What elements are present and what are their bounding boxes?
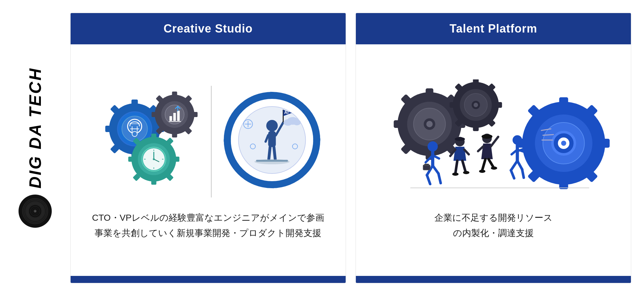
svg-rect-42 [177, 111, 180, 121]
svg-point-85 [284, 119, 293, 126]
svg-rect-32 [192, 112, 198, 117]
svg-text:AI: AI [284, 110, 289, 115]
svg-point-146 [452, 173, 459, 176]
creative-studio-footer [71, 276, 346, 283]
svg-point-86 [293, 120, 301, 125]
talent-platform-svg [365, 79, 621, 201]
svg-line-151 [491, 137, 498, 146]
talent-platform-text: 企業に不足する開発リソース の内製化・調達支援 [434, 210, 553, 241]
creative-studio-body: AI [71, 44, 346, 276]
svg-rect-41 [173, 113, 176, 121]
creative-studio-header: Creative Studio [71, 13, 346, 44]
svg-line-73 [274, 147, 275, 159]
svg-rect-118 [600, 139, 610, 148]
svg-rect-30 [172, 92, 177, 97]
creative-studio-svg: AI [80, 79, 336, 201]
talent-platform-header: Talent Platform [356, 13, 631, 44]
svg-line-135 [433, 166, 439, 174]
svg-rect-33 [152, 112, 157, 117]
svg-rect-48 [174, 157, 180, 162]
svg-rect-71 [268, 131, 276, 147]
svg-rect-93 [394, 120, 402, 128]
main-content: Creative Studio [70, 0, 644, 296]
svg-rect-80 [256, 160, 288, 162]
svg-point-155 [479, 170, 486, 173]
svg-point-147 [463, 171, 470, 174]
svg-rect-49 [128, 157, 134, 162]
page-container: DIG DA TECH Creative Studio [0, 0, 644, 296]
svg-point-156 [491, 166, 497, 170]
column-talent-platform: Talent Platform [356, 13, 631, 283]
talent-platform-body: 企業に不足する開発リソース の内製化・調達支援 [356, 44, 631, 276]
svg-line-144 [456, 161, 457, 174]
logo-area: DIG DA TECH [0, 0, 70, 296]
svg-point-149 [482, 134, 493, 139]
logo-text: DIG DA TECH [27, 67, 43, 189]
svg-rect-16 [105, 126, 112, 132]
svg-rect-40 [170, 116, 172, 121]
creative-studio-illustration: AI [80, 79, 336, 201]
talent-platform-illustration [365, 79, 621, 201]
svg-point-70 [266, 120, 278, 131]
creative-studio-text-line2: 事業を共創していく新規事業開発・プロダクト開発支援 [95, 228, 321, 238]
talent-platform-footer [356, 276, 631, 283]
svg-rect-106 [450, 102, 456, 108]
svg-rect-116 [559, 97, 568, 107]
svg-rect-31 [172, 132, 177, 137]
column-creative-studio: Creative Studio [70, 13, 346, 283]
svg-point-140 [455, 137, 465, 141]
svg-line-145 [463, 161, 466, 172]
svg-point-101 [426, 121, 433, 127]
svg-point-27 [132, 131, 137, 137]
svg-rect-105 [496, 102, 502, 108]
svg-line-136 [439, 174, 441, 183]
svg-point-157 [513, 135, 522, 145]
talent-platform-text-line1: 企業に不足する開発リソース [434, 213, 553, 223]
svg-point-6 [34, 211, 36, 212]
svg-line-153 [482, 159, 486, 170]
creative-studio-text-line1: CTO・VPレベルの経験豊富なエンジニアがメインで参画 [92, 213, 324, 223]
vinyl-record-icon [18, 194, 53, 229]
svg-line-164 [518, 161, 522, 169]
svg-line-154 [489, 159, 494, 167]
svg-rect-104 [473, 125, 479, 131]
svg-line-72 [269, 147, 270, 159]
svg-point-59 [153, 158, 155, 160]
svg-point-114 [474, 103, 478, 107]
svg-rect-13 [132, 100, 138, 107]
svg-rect-103 [473, 79, 479, 85]
talent-platform-text-line2: の内製化・調達支援 [453, 228, 534, 238]
svg-rect-47 [151, 179, 157, 185]
creative-studio-text: CTO・VPレベルの経験豊富なエンジニアがメインで参画 事業を共創していく新規事… [92, 210, 324, 241]
svg-line-165 [522, 169, 524, 178]
svg-rect-138 [425, 164, 429, 166]
svg-point-128 [561, 141, 566, 146]
svg-line-134 [427, 175, 430, 184]
svg-line-162 [511, 161, 518, 170]
svg-rect-46 [151, 134, 157, 139]
svg-line-167 [543, 135, 554, 135]
svg-line-163 [511, 170, 514, 178]
svg-rect-90 [426, 88, 433, 97]
